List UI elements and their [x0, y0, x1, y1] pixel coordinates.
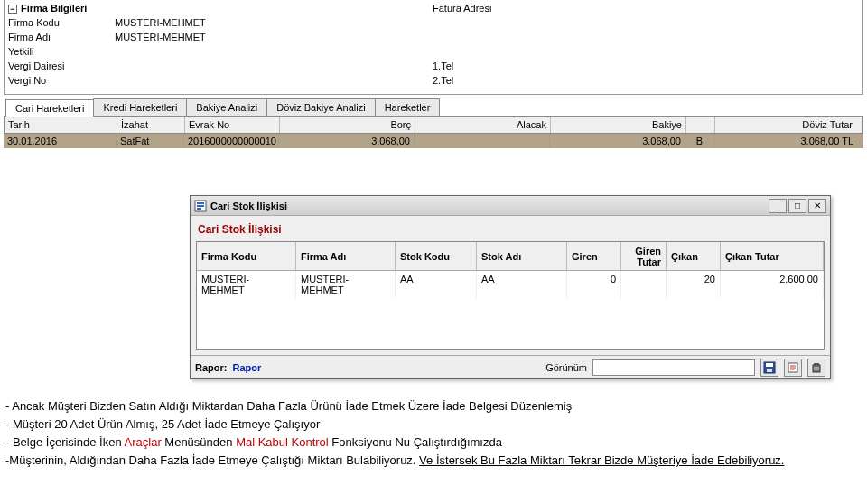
cell-cikan: 20	[667, 271, 721, 298]
col-borc: Borç	[280, 117, 415, 133]
cell-borc: 3.068,00	[279, 134, 415, 148]
gorunum-input[interactable]	[592, 359, 755, 376]
tabstrip: Cari Hareketleri Kredi Hareketleri Bakiy…	[4, 97, 863, 117]
svg-rect-9	[814, 363, 819, 365]
cell-alacak	[415, 134, 550, 148]
col-bakiye: Bakiye	[551, 117, 686, 133]
cell-tarih: 30.01.2016	[4, 134, 117, 148]
col-cikan: Çıkan	[667, 242, 721, 270]
cell-evrak: 2016000000000010	[184, 134, 279, 148]
tab-hareketler[interactable]: Hareketler	[375, 98, 441, 116]
delete-button[interactable]	[807, 359, 825, 377]
svg-rect-6	[767, 369, 772, 372]
svg-rect-3	[197, 208, 201, 210]
movements-row[interactable]: 30.01.2016 SatFat 2016000000000010 3.068…	[4, 134, 863, 148]
movements-grid-header: Tarih İzahat Evrak No Borç Alacak Bakiye…	[4, 117, 863, 134]
cell-firma-adi: MUSTERI-MEHMET	[296, 271, 396, 298]
label-firma-kodu: Firma Kodu	[8, 17, 115, 28]
window-title: Cari Stok İlişkisi	[210, 201, 769, 211]
svg-rect-5	[766, 363, 773, 367]
cell-giren: 0	[567, 271, 621, 298]
para-1: - Ancak Müşteri Bizden Satın Aldığı Mikt…	[5, 397, 862, 415]
close-button[interactable]: ✕	[808, 199, 826, 213]
inner-footer: Rapor: Rapor Görünüm	[191, 355, 830, 378]
app-icon	[194, 200, 207, 212]
inner-subtitle: Cari Stok İlişkisi	[196, 221, 825, 241]
label-rapor: Rapor:	[195, 362, 227, 373]
col-izahat: İzahat	[117, 117, 185, 133]
col-cikan-tutar: Çıkan Tutar	[721, 242, 824, 270]
description-text: - Ancak Müşteri Bizden Satın Aldığı Mikt…	[5, 397, 862, 470]
col-firma-kodu: Firma Kodu	[197, 242, 296, 270]
label-tel2: 2.Tel	[433, 75, 514, 86]
stok-row[interactable]: MUSTERI-MEHMET MUSTERI-MEHMET AA AA 0 20…	[197, 271, 824, 298]
cell-izahat: SatFat	[117, 134, 184, 148]
cell-giren-tutar	[621, 271, 667, 298]
label-yetkili: Yetkili	[8, 46, 115, 57]
tab-doviz-bakiye-analizi[interactable]: Döviz Bakiye Analizi	[266, 98, 375, 116]
cell-stok-adi: AA	[477, 271, 567, 298]
firma-bilgileri-panel: −Firma Bilgileri Firma KoduMUSTERI-MEHME…	[4, 0, 863, 89]
value-rapor[interactable]: Rapor	[232, 362, 261, 373]
svg-rect-2	[197, 205, 204, 207]
separator-strip	[4, 89, 863, 95]
label-vergi-no: Vergi No	[8, 75, 115, 86]
cell-doviz: 3.068,00 TL	[714, 134, 863, 148]
export-button[interactable]	[784, 359, 802, 377]
col-firma-adi: Firma Adı	[296, 242, 396, 270]
cell-stok-kodu: AA	[396, 271, 477, 298]
para-4: -Müşterinin, Aldığından Daha Fazla İade …	[5, 452, 862, 469]
label-firma-adi: Firma Adı	[8, 32, 115, 42]
label-fatura-adresi: Fatura Adresi	[433, 3, 514, 14]
section-header: −Firma Bilgileri	[5, 1, 429, 15]
value-firma-adi[interactable]: MUSTERI-MEHMET	[115, 32, 425, 42]
maximize-button[interactable]: □	[788, 199, 806, 213]
tab-bakiye-analizi[interactable]: Bakiye Analizi	[186, 98, 267, 116]
cari-stok-window: Cari Stok İlişkisi _ □ ✕ Cari Stok İlişk…	[190, 195, 831, 379]
cari-stok-grid[interactable]: Firma Kodu Firma Adı Stok Kodu Stok Adı …	[196, 241, 825, 350]
col-spacer	[686, 117, 715, 133]
collapse-icon[interactable]: −	[8, 5, 17, 14]
label-gorunum: Görünüm	[545, 362, 587, 373]
label-vergi-dairesi: Vergi Dairesi	[8, 61, 115, 71]
col-giren-tutar: Giren Tutar	[621, 242, 667, 270]
label-tel1: 1.Tel	[433, 61, 514, 71]
minimize-button[interactable]: _	[769, 199, 787, 213]
value-firma-kodu[interactable]: MUSTERI-MEHMET	[115, 17, 425, 28]
save-view-button[interactable]	[760, 359, 778, 377]
cell-firma-kodu: MUSTERI-MEHMET	[197, 271, 296, 298]
col-stok-kodu: Stok Kodu	[396, 242, 477, 270]
col-doviz: Döviz Tutar	[715, 117, 862, 133]
cell-cikan-tutar: 2.600,00	[721, 271, 824, 298]
para-3: - Belge İçerisinde İken Araçlar Menüsünd…	[5, 434, 862, 451]
col-evrak: Evrak No	[185, 117, 280, 133]
tab-cari-hareketleri[interactable]: Cari Hareketleri	[5, 99, 94, 117]
col-stok-adi: Stok Adı	[477, 242, 567, 270]
cell-bakiye: 3.068,00	[550, 134, 685, 148]
tab-kredi-hareketleri[interactable]: Kredi Hareketleri	[93, 98, 187, 116]
svg-rect-1	[197, 202, 204, 204]
col-giren: Giren	[567, 242, 621, 270]
col-alacak: Alacak	[415, 117, 551, 133]
cell-bchar: B	[685, 134, 714, 148]
para-2: - Müşteri 20 Adet Ürün Almış, 25 Adet İa…	[5, 415, 862, 433]
col-tarih: Tarih	[5, 117, 117, 133]
window-titlebar[interactable]: Cari Stok İlişkisi _ □ ✕	[191, 196, 830, 216]
